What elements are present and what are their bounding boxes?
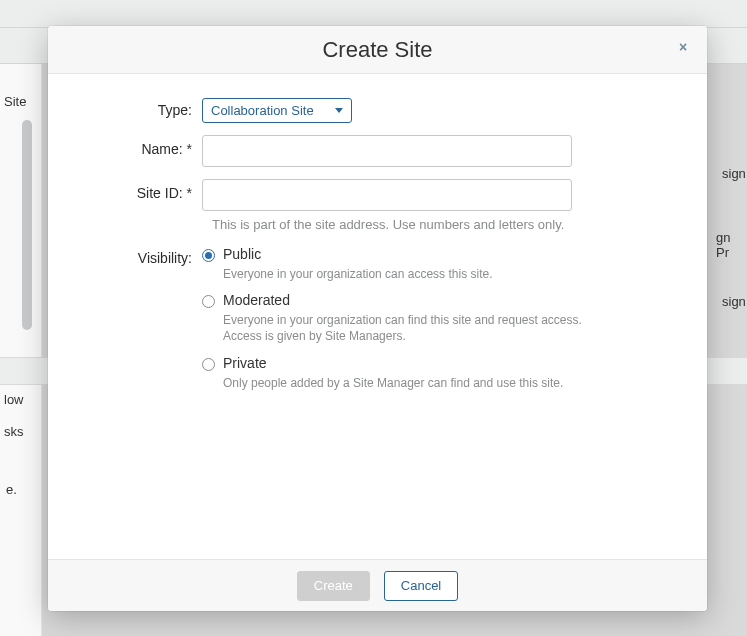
bg-scrollbar <box>22 120 32 330</box>
create-button[interactable]: Create <box>297 571 370 601</box>
siteid-label: Site ID: * <box>84 179 202 201</box>
radio-private-label: Private <box>223 355 267 371</box>
radio-moderated-label: Moderated <box>223 292 290 308</box>
dialog-body: Type: Collaboration Site Name: * Site ID… <box>48 74 707 559</box>
bg-text-low: low <box>4 392 24 407</box>
radio-private[interactable] <box>202 358 215 371</box>
close-icon[interactable]: × <box>679 40 693 54</box>
type-select[interactable]: Collaboration Site <box>202 98 352 123</box>
name-input[interactable] <box>202 135 572 167</box>
dialog-title: Create Site <box>322 37 432 63</box>
bg-text-sks: sks <box>4 424 24 439</box>
radio-public[interactable] <box>202 249 215 262</box>
type-select-value: Collaboration Site <box>211 103 314 118</box>
visibility-option-private[interactable]: Private <box>202 355 671 371</box>
siteid-help: This is part of the site address. Use nu… <box>212 217 671 232</box>
row-type: Type: Collaboration Site <box>84 98 671 123</box>
bg-strip-top <box>0 0 747 28</box>
siteid-input[interactable] <box>202 179 572 211</box>
siteid-label-text: Site ID: <box>137 185 183 201</box>
radio-private-desc: Only people added by a Site Manager can … <box>223 375 623 391</box>
type-label: Type: <box>84 98 202 118</box>
row-siteid: Site ID: * <box>84 179 671 211</box>
radio-moderated[interactable] <box>202 295 215 308</box>
radio-moderated-desc: Everyone in your organization can find t… <box>223 312 623 344</box>
bg-left-panel <box>0 64 42 636</box>
dialog-header: Create Site × <box>48 26 707 74</box>
row-name: Name: * <box>84 135 671 167</box>
name-label: Name: * <box>84 135 202 157</box>
name-required: * <box>187 141 192 157</box>
radio-public-label: Public <box>223 246 261 262</box>
bg-text-site: Site <box>4 94 26 109</box>
visibility-option-public[interactable]: Public <box>202 246 671 262</box>
chevron-down-icon <box>335 108 343 113</box>
radio-public-desc: Everyone in your organization can access… <box>223 266 623 282</box>
visibility-option-moderated[interactable]: Moderated <box>202 292 671 308</box>
create-site-dialog: Create Site × Type: Collaboration Site N… <box>48 26 707 611</box>
bg-text-gnpr: gn Pr <box>716 230 747 260</box>
row-visibility: Visibility: Public Everyone in your orga… <box>84 246 671 401</box>
bg-text-sign: sign <box>722 166 746 181</box>
name-label-text: Name: <box>141 141 182 157</box>
visibility-label: Visibility: <box>84 246 202 266</box>
bg-text-sign2: sign <box>722 294 746 309</box>
cancel-button[interactable]: Cancel <box>384 571 458 601</box>
bg-text-e: e. <box>6 482 17 497</box>
siteid-required: * <box>187 185 192 201</box>
dialog-footer: Create Cancel <box>48 559 707 611</box>
